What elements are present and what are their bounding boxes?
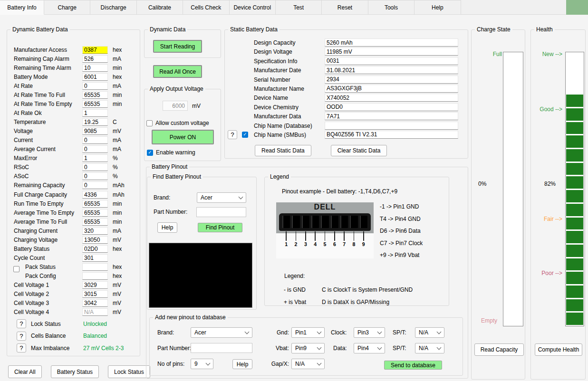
value-input[interactable]: 0 <box>82 145 108 153</box>
read-capacity-button[interactable]: Read Capacity <box>474 343 524 356</box>
allow-custom-voltage-checkbox[interactable] <box>146 120 153 126</box>
tab-label: Reset <box>337 4 352 11</box>
tab[interactable]: Device Control <box>230 0 276 15</box>
footer-button[interactable]: Clear All <box>8 365 42 378</box>
value-input[interactable]: X740052 <box>325 94 458 102</box>
tab[interactable]: Charge <box>44 0 90 15</box>
value-input[interactable]: 4336 <box>82 191 108 199</box>
value-input[interactable]: 9085 <box>82 127 108 135</box>
value-input[interactable]: 65535 <box>82 209 108 217</box>
no-of-pins-select[interactable]: 9 <box>191 359 213 369</box>
value-input[interactable]: 65535 <box>82 91 108 99</box>
value-input[interactable]: AS3GXGF3jB <box>325 85 458 93</box>
tab[interactable]: Reset <box>322 0 368 15</box>
static-data-button[interactable]: Read Static Data <box>255 145 311 156</box>
value-input[interactable]: 0 <box>82 172 108 180</box>
static-data-button[interactable]: Clear Static Data <box>331 145 387 156</box>
gapx-pin-select[interactable]: N/A <box>291 359 325 369</box>
value-input[interactable]: 3029 <box>82 281 108 289</box>
pack-status-checkbox[interactable] <box>13 266 19 272</box>
dynamic-data-row: Remaining Capacity 0 mAh <box>14 181 136 190</box>
value-input[interactable]: 10 <box>82 64 108 72</box>
question-mark-icon[interactable]: ? <box>17 332 26 341</box>
value-input[interactable]: 65535 <box>82 200 108 208</box>
tab[interactable]: Cells Check <box>183 0 229 15</box>
health-bar-segment <box>566 95 583 107</box>
value-input[interactable]: 19.25 <box>82 118 108 126</box>
footer-button[interactable]: Lock Status <box>108 365 150 378</box>
read-all-once-button[interactable]: Read All Once <box>153 65 202 78</box>
tab[interactable]: Test <box>276 0 322 15</box>
question-mark-icon[interactable]: ? <box>17 343 26 352</box>
chevron-down-icon <box>239 194 243 199</box>
value-input[interactable]: 0387 <box>82 46 108 54</box>
spt-pin-select-1[interactable]: N/A <box>415 327 444 338</box>
find-pinout-button[interactable]: Find Pinout <box>198 223 242 232</box>
row-label: ASoC <box>14 173 82 180</box>
value-input[interactable]: 11985 mV <box>325 48 458 56</box>
question-mark-icon[interactable]: ? <box>228 130 237 139</box>
value-input[interactable]: 1 <box>82 154 108 162</box>
value-input[interactable]: 1 <box>82 109 108 117</box>
value-input[interactable]: 0 <box>82 163 108 171</box>
help-button[interactable]: Help <box>157 222 177 233</box>
compute-health-button[interactable]: Compute Health <box>535 343 582 356</box>
value-input[interactable]: 7A71 <box>325 112 458 120</box>
value-input[interactable] <box>82 272 108 280</box>
spt-pin-select-2[interactable]: N/A <box>415 343 444 353</box>
value-input[interactable]: 65535 <box>82 100 108 108</box>
value-input[interactable]: 0 <box>82 136 108 144</box>
row-label: Cell Voltage 1 <box>14 282 82 288</box>
tab[interactable]: Calibrate <box>137 0 183 15</box>
question-mark-icon[interactable]: ? <box>17 319 26 328</box>
clock-pin-select[interactable]: Pin3 <box>354 327 385 338</box>
row-unit: mA <box>113 56 121 62</box>
value-input[interactable] <box>82 263 108 271</box>
gnd-pin-select[interactable]: Pin1 <box>291 327 325 338</box>
row-label: Cycle Count <box>14 255 82 261</box>
value-input[interactable]: 2934 <box>325 76 458 84</box>
enable-warning-checkbox[interactable] <box>147 150 153 156</box>
value-input[interactable] <box>325 122 458 130</box>
value-input[interactable]: 65535 <box>82 218 108 226</box>
start-reading-button[interactable]: Start Reading <box>153 40 202 53</box>
chip-name-checkbox[interactable] <box>242 132 248 138</box>
value-input[interactable]: 31.08.2021 <box>325 66 458 74</box>
tab-label: Charge <box>58 4 77 11</box>
tab[interactable]: Discharge <box>90 0 136 15</box>
chevron-down-icon <box>437 345 442 350</box>
vbat-pin-select[interactable]: Pin9 <box>291 343 325 353</box>
good-label: Good --> <box>533 106 562 113</box>
value-input[interactable]: 0 <box>82 181 108 189</box>
help-button[interactable]: Help <box>232 359 252 369</box>
value-input[interactable]: 02D0 <box>82 245 108 253</box>
part-number-input[interactable] <box>191 343 252 353</box>
send-to-database-button[interactable]: Send to database <box>384 361 442 370</box>
footer-button[interactable]: Battery Status <box>51 365 99 378</box>
output-voltage-input[interactable]: 6000 <box>163 101 188 111</box>
tab-bar: Battery Info Charge Discharge Calibrate … <box>0 0 588 15</box>
value-input[interactable]: 3015 <box>82 290 108 298</box>
value-input[interactable]: OOD0 <box>325 103 458 111</box>
tab[interactable]: Help <box>414 0 461 15</box>
value-input[interactable]: BQ40Z556 TI V2.31 <box>325 131 458 139</box>
value-input[interactable]: 526 <box>82 55 108 63</box>
value-input[interactable]: 0 <box>82 82 108 90</box>
value-input[interactable]: 320 <box>82 227 108 235</box>
value-input[interactable]: 3042 <box>82 299 108 307</box>
power-on-button[interactable]: Power ON <box>152 130 214 144</box>
allow-custom-voltage-option[interactable]: Allow custom voltage <box>146 120 209 126</box>
data-pin-select[interactable]: Pin4 <box>354 343 385 353</box>
value-input[interactable]: 6001 <box>82 73 108 81</box>
tab[interactable]: Tools <box>368 0 414 15</box>
tab[interactable]: Battery Info <box>0 0 44 15</box>
brand-select[interactable]: Acer <box>191 327 252 338</box>
value-input[interactable]: 301 <box>82 254 108 262</box>
part-number-input[interactable] <box>196 207 246 217</box>
value-input[interactable]: 0031 <box>325 57 458 65</box>
brand-select[interactable]: Acer <box>197 192 246 203</box>
value-input[interactable]: N/A <box>82 308 108 316</box>
value-input[interactable]: 13050 <box>82 236 108 244</box>
enable-warning-option[interactable]: Enable warning <box>147 149 195 156</box>
value-input[interactable]: 5260 mAh <box>325 38 458 47</box>
